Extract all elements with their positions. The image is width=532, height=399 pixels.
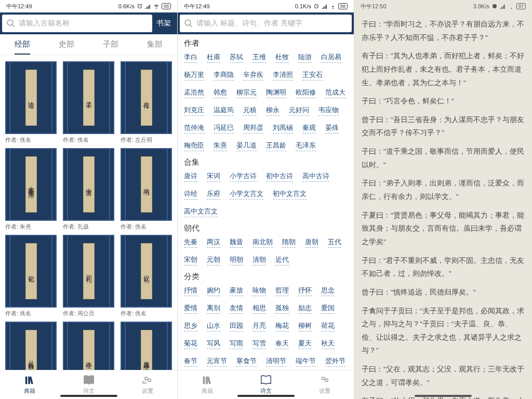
book-item[interactable]: 中庸作者: 孔伋 (60, 146, 117, 233)
filter-tag[interactable]: 梅尧臣 (184, 141, 204, 151)
filter-tag[interactable]: 辛弃疾 (243, 70, 263, 81)
filter-tag[interactable]: 两汉 (207, 237, 220, 248)
filter-tag[interactable]: 励志 (298, 303, 312, 314)
filter-tag[interactable]: 高中古诗 (302, 171, 329, 182)
filter-tag[interactable]: 初中文言文 (273, 189, 307, 200)
book-item[interactable]: 周礼作者: 周公旦 (60, 233, 117, 320)
filter-tag[interactable]: 抒怀 (298, 286, 312, 296)
filter-tag[interactable]: 写雪 (252, 339, 266, 349)
filter-tag[interactable]: 元朝 (207, 255, 220, 265)
filter-tag[interactable]: 杜牧 (275, 52, 289, 63)
filter-tag[interactable]: 唐朝 (305, 237, 318, 248)
tab-jing[interactable]: 经部 (0, 34, 44, 55)
filter-tag[interactable]: 柳永 (266, 105, 280, 116)
filter-tag[interactable]: 春天 (275, 339, 289, 349)
nav-books[interactable]: 典籍 (178, 370, 236, 399)
filter-tag[interactable]: 荷花 (321, 321, 335, 331)
filter-tag[interactable]: 隋朝 (282, 237, 296, 248)
search-input[interactable]: 请输入 标题、诗句、作者 关键字 (180, 15, 352, 32)
filter-tag[interactable]: 韦应物 (318, 105, 339, 116)
home-indicator[interactable] (415, 395, 472, 397)
home-indicator[interactable] (237, 395, 295, 397)
filter-tag[interactable]: 清朝 (252, 255, 266, 265)
filter-tag[interactable]: 相思 (252, 303, 266, 314)
filter-tag[interactable]: 冯延巳 (214, 123, 234, 134)
filter-tag[interactable]: 友情 (230, 303, 243, 314)
filter-tag[interactable]: 春节 (184, 356, 197, 367)
filter-tag[interactable]: 梅花 (275, 321, 289, 331)
filter-tag[interactable]: 李清照 (273, 70, 293, 81)
filter-tag[interactable]: 王昌龄 (266, 141, 286, 151)
book-item[interactable]: 左传作者: 左丘明 (117, 59, 175, 146)
filter-tag[interactable]: 李白 (184, 52, 197, 63)
filter-tag[interactable]: 抒情 (184, 286, 197, 296)
filter-tag[interactable]: 魏晋 (230, 237, 243, 248)
filter-tag[interactable]: 菊花 (184, 339, 197, 349)
book-item[interactable]: 吕氏春秋 (2, 320, 60, 370)
filter-tag[interactable]: 王维 (252, 52, 266, 63)
search-input[interactable]: 请输入古籍名称 (2, 15, 152, 32)
reader-content[interactable]: 子曰："学而时习之，不亦说乎？有朋自远方来，不亦乐乎？人不知而不愠，不亦君子乎？… (354, 12, 532, 399)
filter-tag[interactable]: 李商隐 (214, 70, 234, 81)
filter-tag[interactable]: 唐诗 (184, 171, 197, 182)
filter-tag[interactable]: 韩愈 (214, 88, 227, 98)
filter-tag[interactable]: 南北朝 (252, 237, 273, 248)
filter-tag[interactable]: 杜甫 (207, 52, 220, 63)
nav-settings[interactable]: 设置 (118, 370, 177, 399)
filter-tag[interactable]: 秦观 (302, 123, 316, 134)
filter-tag[interactable]: 温庭筠 (214, 105, 234, 116)
filter-tag[interactable]: 白居易 (321, 52, 341, 63)
filter-tag[interactable]: 小学古诗 (230, 171, 257, 182)
book-item[interactable]: 仪礼作者: 佚名 (117, 233, 175, 320)
filter-tag[interactable]: 毛泽东 (296, 141, 316, 151)
filter-tag[interactable]: 孟浩然 (184, 88, 204, 98)
filter-tag[interactable]: 刘克庄 (184, 105, 204, 116)
book-item[interactable]: 文昌孝经 (117, 320, 175, 370)
filter-tag[interactable]: 刘禹锡 (273, 123, 293, 134)
filter-tag[interactable]: 爱国 (321, 303, 335, 314)
filter-tag[interactable]: 宋朝 (184, 255, 197, 265)
filter-tag[interactable]: 豪放 (230, 286, 243, 296)
filter-tag[interactable]: 哲理 (275, 286, 289, 296)
filter-tag[interactable]: 写雨 (230, 339, 243, 349)
filter-tag[interactable]: 秋天 (321, 339, 335, 349)
filter-tag[interactable]: 婉约 (207, 286, 220, 296)
filter-tag[interactable]: 清明节 (266, 356, 286, 367)
filter-tag[interactable]: 五代 (328, 237, 341, 248)
filter-tag[interactable]: 山水 (207, 321, 220, 331)
filter-tag[interactable]: 先秦 (184, 237, 197, 248)
filter-tag[interactable]: 寒食节 (236, 356, 257, 367)
filter-panel[interactable]: 作者李白杜甫苏轼王维杜牧陆游白居易杨万里李商隐辛弃疾李清照王安石孟浩然韩愈柳宗元… (178, 34, 354, 370)
book-item[interactable]: 孝经 (60, 320, 117, 370)
filter-tag[interactable]: 诗经 (184, 189, 197, 200)
filter-tag[interactable]: 思乡 (184, 321, 197, 331)
filter-tag[interactable]: 孤独 (275, 303, 289, 314)
filter-tag[interactable]: 元稹 (243, 105, 257, 116)
filter-tag[interactable]: 晏殊 (325, 123, 339, 134)
filter-tag[interactable]: 苏轼 (230, 52, 243, 63)
filter-tag[interactable]: 翌外节 (325, 356, 345, 367)
filter-tag[interactable]: 杨万里 (184, 70, 204, 81)
filter-tag[interactable]: 初中古诗 (266, 171, 293, 182)
filter-tag[interactable]: 晏几道 (236, 141, 257, 151)
filter-tag[interactable]: 陶渊明 (266, 88, 286, 98)
book-grid[interactable]: 论语作者: 佚名孟子作者: 佚名左传作者: 左丘明大学章句集注作者: 朱熹中庸作… (0, 55, 177, 370)
filter-tag[interactable]: 明朝 (230, 255, 243, 265)
filter-tag[interactable]: 欧阳修 (296, 88, 316, 98)
home-indicator[interactable] (60, 395, 117, 397)
filter-tag[interactable]: 范成大 (325, 88, 345, 98)
book-item[interactable]: 孟子作者: 佚名 (60, 59, 117, 146)
filter-tag[interactable]: 柳树 (298, 321, 312, 331)
filter-tag[interactable]: 王安石 (302, 70, 323, 81)
book-item[interactable]: 尚书作者: 佚名 (117, 146, 175, 233)
filter-tag[interactable]: 端午节 (296, 356, 316, 367)
filter-tag[interactable]: 月亮 (252, 321, 266, 331)
filter-tag[interactable]: 田园 (230, 321, 243, 331)
filter-tag[interactable]: 近代 (275, 255, 289, 265)
filter-tag[interactable]: 离别 (207, 303, 220, 314)
filter-tag[interactable]: 元宵节 (207, 356, 227, 367)
book-item[interactable]: 大学章句集注作者: 朱熹 (2, 146, 60, 233)
filter-tag[interactable]: 写风 (207, 339, 220, 349)
filter-tag[interactable]: 柳宗元 (236, 88, 257, 98)
filter-tag[interactable]: 思念 (321, 286, 335, 296)
